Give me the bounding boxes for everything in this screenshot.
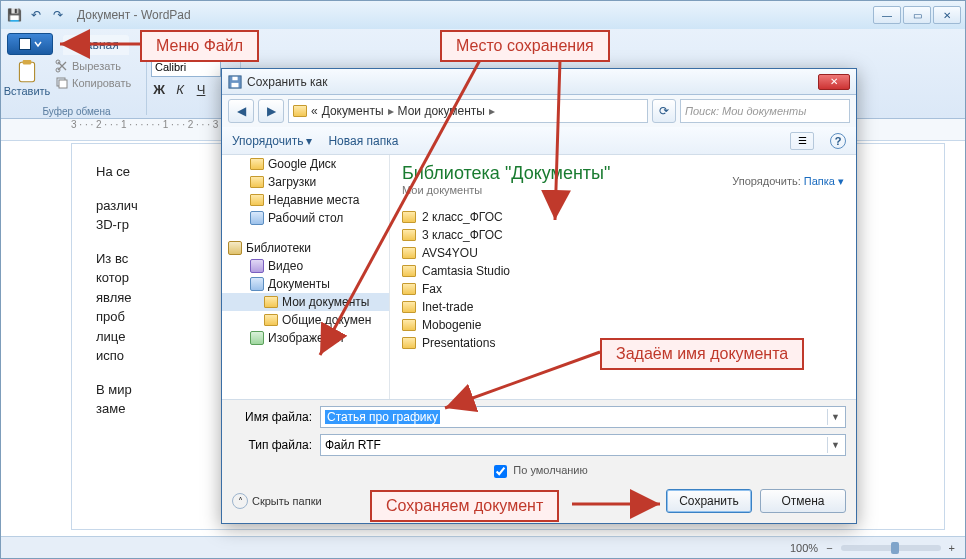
breadcrumb[interactable]: « Документы ▸ Мои документы ▸: [288, 99, 648, 123]
chevron-down-icon[interactable]: ▼: [827, 437, 843, 453]
zoom-out-button[interactable]: −: [826, 542, 832, 554]
italic-button[interactable]: К: [172, 81, 188, 98]
view-mode-button[interactable]: ☰: [790, 132, 814, 150]
folder-label: 2 класс_ФГОС: [422, 210, 503, 224]
qat-redo-icon[interactable]: ↷: [49, 6, 67, 24]
clipboard-icon: [14, 59, 40, 85]
search-input[interactable]: Поиск: Мои документы: [680, 99, 850, 123]
nav-back-button[interactable]: ◀: [228, 99, 254, 123]
tab-home[interactable]: Главная: [63, 35, 129, 55]
folder-icon: [250, 158, 264, 170]
nav-forward-button[interactable]: ▶: [258, 99, 284, 123]
search-placeholder: Поиск: Мои документы: [685, 105, 806, 117]
library-subtitle: Мои документы: [402, 184, 610, 196]
tree-item[interactable]: Рабочий стол: [222, 209, 389, 227]
library-icon: [228, 241, 242, 255]
qat-undo-icon[interactable]: ↶: [27, 6, 45, 24]
paste-button[interactable]: Вставить: [7, 59, 47, 97]
minimize-button[interactable]: —: [873, 6, 901, 24]
default-label: По умолчанию: [513, 464, 587, 476]
pictures-icon: [250, 331, 264, 345]
hide-folders-label: Скрыть папки: [252, 495, 322, 507]
organize-menu[interactable]: Упорядочить ▾: [232, 134, 312, 148]
refresh-button[interactable]: ⟳: [652, 99, 676, 123]
underline-button[interactable]: Ч: [193, 81, 209, 98]
list-item[interactable]: Inet-trade: [402, 298, 844, 316]
copy-label: Копировать: [72, 77, 131, 89]
chevron-down-icon: [34, 40, 42, 48]
zoom-value: 100%: [790, 542, 818, 554]
tree-label: Мои документы: [282, 295, 369, 309]
filename-value: Статья про графику: [325, 410, 440, 424]
wordpad-titlebar: 💾 ↶ ↷ Документ - WordPad — ▭ ✕: [1, 1, 965, 29]
file-menu-button[interactable]: [7, 33, 53, 55]
tree-item[interactable]: Видео: [222, 257, 389, 275]
list-item[interactable]: Mobogenie: [402, 316, 844, 334]
save-as-dialog: Сохранить как ✕ ◀ ▶ « Документы ▸ Мои до…: [221, 68, 857, 524]
folder-label: AVS4YOU: [422, 246, 478, 260]
save-button[interactable]: Сохранить: [666, 489, 752, 513]
folder-label: Inet-trade: [422, 300, 473, 314]
maximize-button[interactable]: ▭: [903, 6, 931, 24]
svg-rect-8: [232, 76, 237, 80]
save-icon: [228, 75, 242, 89]
folder-label: Presentations: [422, 336, 495, 350]
video-icon: [250, 259, 264, 273]
qat-save-icon[interactable]: 💾: [5, 6, 23, 24]
zoom-thumb[interactable]: [891, 542, 899, 554]
sort-control[interactable]: Упорядочить: Папка ▾: [732, 175, 844, 188]
filename-input[interactable]: Статья про графику ▼: [320, 406, 846, 428]
folder-label: Fax: [422, 282, 442, 296]
cut-button[interactable]: Вырезать: [55, 59, 131, 73]
list-item[interactable]: 3 класс_ФГОС: [402, 226, 844, 244]
dialog-close-button[interactable]: ✕: [818, 74, 850, 90]
clipboard-group-label: Буфер обмена: [7, 106, 146, 117]
folder-icon: [293, 105, 307, 117]
filetype-combo[interactable]: Файл RTF ▼: [320, 434, 846, 456]
cancel-button[interactable]: Отмена: [760, 489, 846, 513]
svg-rect-1: [23, 60, 32, 64]
bold-button[interactable]: Ж: [151, 81, 167, 98]
copy-button[interactable]: Копировать: [55, 76, 131, 90]
tree-item[interactable]: Общие докумен: [222, 311, 389, 329]
close-window-button[interactable]: ✕: [933, 6, 961, 24]
list-item[interactable]: Camtasia Studio: [402, 262, 844, 280]
list-item[interactable]: AVS4YOU: [402, 244, 844, 262]
list-item[interactable]: 2 класс_ФГОС: [402, 208, 844, 226]
list-item[interactable]: Fax: [402, 280, 844, 298]
chevron-right-icon: ▸: [489, 104, 495, 118]
filename-label: Имя файла:: [232, 410, 312, 424]
folder-label: Mobogenie: [422, 318, 481, 332]
svg-rect-0: [19, 62, 34, 82]
hide-folders-button[interactable]: ˄ Скрыть папки: [232, 493, 322, 509]
folder-icon: [402, 337, 416, 349]
tree-item[interactable]: Документы: [222, 275, 389, 293]
dialog-title: Сохранить как: [247, 75, 327, 89]
tree-item-selected[interactable]: Мои документы: [222, 293, 389, 311]
zoom-in-button[interactable]: +: [949, 542, 955, 554]
file-menu-icon: [19, 38, 31, 50]
zoom-slider[interactable]: [841, 545, 941, 551]
filetype-value: Файл RTF: [325, 438, 381, 452]
folder-icon: [402, 283, 416, 295]
crumb-seg[interactable]: Документы: [322, 104, 384, 118]
tree-item[interactable]: Изображения: [222, 329, 389, 347]
folder-label: 3 класс_ФГОС: [422, 228, 503, 242]
quick-access-toolbar: 💾 ↶ ↷: [5, 6, 67, 24]
sort-label: Упорядочить:: [732, 175, 801, 187]
crumb-seg[interactable]: Мои документы: [398, 104, 485, 118]
tree-section-libraries[interactable]: Библиотеки: [222, 237, 389, 257]
new-folder-button[interactable]: Новая папка: [328, 134, 398, 148]
tree-label: Изображения: [268, 331, 343, 345]
chevron-down-icon: ▾: [306, 134, 312, 148]
callout-doc-name: Задаём имя документа: [600, 338, 804, 370]
tree-item[interactable]: Google Диск: [222, 155, 389, 173]
chevron-down-icon[interactable]: ▼: [827, 409, 843, 425]
tree-item[interactable]: Недавние места: [222, 191, 389, 209]
help-button[interactable]: ?: [830, 133, 846, 149]
tree-item[interactable]: Загрузки: [222, 173, 389, 191]
window-title: Документ - WordPad: [77, 8, 191, 22]
callout-file-menu: Меню Файл: [140, 30, 259, 62]
default-format-checkbox[interactable]: [494, 465, 507, 478]
chevron-right-icon: ▸: [388, 104, 394, 118]
